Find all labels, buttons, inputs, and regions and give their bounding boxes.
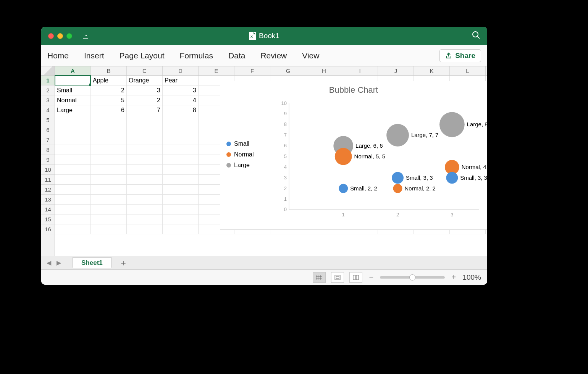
row-header-15[interactable]: 15 — [41, 214, 55, 224]
row-header-14[interactable]: 14 — [41, 205, 55, 214]
status-bar: − + 100% — [41, 269, 487, 285]
col-header-A[interactable]: A — [55, 66, 91, 75]
cell-B3[interactable]: 5 — [91, 95, 127, 105]
sheet-tab-sheet1[interactable]: Sheet1 — [73, 257, 111, 268]
tab-page-layout[interactable]: Page Layout — [120, 51, 165, 60]
row-header-11[interactable]: 11 — [41, 175, 55, 185]
svg-text:Normal, 2, 2: Normal, 2, 2 — [404, 185, 435, 192]
sheet-nav-next[interactable]: ▶ — [55, 259, 63, 266]
col-header-C[interactable]: C — [127, 66, 163, 75]
view-page-layout-button[interactable] — [331, 272, 344, 283]
select-all-corner[interactable] — [41, 66, 55, 75]
svg-point-24 — [393, 184, 402, 193]
cell-B1[interactable]: Apple — [91, 76, 127, 85]
cell-B2[interactable]: 2 — [91, 85, 127, 95]
svg-text:2: 2 — [396, 212, 399, 218]
col-header-K[interactable]: K — [414, 66, 450, 75]
svg-point-23 — [335, 148, 352, 165]
minimize-window-button[interactable] — [57, 33, 63, 39]
excel-window: ▾ X Book1 Home Insert Page Layout Formul… — [41, 27, 487, 285]
cell-C4[interactable]: 7 — [127, 105, 163, 115]
tab-data[interactable]: Data — [228, 51, 245, 60]
svg-text:0: 0 — [284, 207, 287, 213]
col-header-G[interactable]: G — [270, 66, 306, 75]
svg-rect-45 — [353, 275, 355, 280]
row-header-5[interactable]: 5 — [41, 115, 55, 125]
row-header-1[interactable]: 1 — [41, 76, 55, 85]
row-header-13[interactable]: 13 — [41, 195, 55, 205]
svg-text:2: 2 — [284, 185, 287, 191]
svg-text:Small, 2, 2: Small, 2, 2 — [350, 185, 377, 192]
row-header-3[interactable]: 3 — [41, 95, 55, 105]
svg-rect-46 — [356, 275, 359, 280]
chart-title: Bubble Chart — [220, 85, 487, 95]
row-header-6[interactable]: 6 — [41, 125, 55, 135]
legend-dot-normal — [226, 152, 231, 157]
view-normal-button[interactable] — [313, 272, 326, 283]
col-header-B[interactable]: B — [91, 66, 127, 75]
share-button[interactable]: Share — [439, 49, 481, 62]
cell-C2[interactable]: 3 — [127, 85, 163, 95]
row-header-16[interactable]: 16 — [41, 224, 55, 234]
column-headers: A B C D E F G H I J K L — [41, 66, 487, 76]
cells-grid[interactable]: Apple Orange Pear Small 2 3 3 Normal 5 2… — [55, 76, 487, 256]
col-header-D[interactable]: D — [163, 66, 199, 75]
svg-text:3: 3 — [451, 212, 453, 218]
cell-A2[interactable]: Small — [55, 85, 91, 95]
cell-A3[interactable]: Normal — [55, 95, 91, 105]
svg-text:Normal, 4, 4: Normal, 4, 4 — [462, 164, 487, 170]
row-header-9[interactable]: 9 — [41, 155, 55, 165]
col-header-I[interactable]: I — [342, 66, 378, 75]
svg-text:Normal, 5, 5: Normal, 5, 5 — [354, 153, 385, 160]
tab-insert[interactable]: Insert — [84, 51, 104, 60]
svg-text:5: 5 — [284, 153, 287, 159]
cell-A4[interactable]: Large — [55, 105, 91, 115]
row-header-12[interactable]: 12 — [41, 185, 55, 195]
titlebar: ▾ X Book1 — [41, 27, 487, 45]
tab-review[interactable]: Review — [260, 51, 287, 60]
cell-A1[interactable] — [55, 76, 91, 85]
row-header-2[interactable]: 2 — [41, 85, 55, 95]
svg-rect-43 — [335, 275, 340, 280]
zoom-out-button[interactable]: − — [368, 273, 375, 282]
search-icon[interactable] — [472, 31, 480, 41]
cell-D1[interactable]: Pear — [163, 76, 199, 85]
svg-text:1: 1 — [284, 196, 287, 202]
zoom-percent[interactable]: 100% — [462, 273, 481, 282]
zoom-slider-thumb[interactable] — [409, 274, 415, 280]
row-header-8[interactable]: 8 — [41, 145, 55, 155]
cell-D4[interactable]: 8 — [163, 105, 199, 115]
maximize-window-button[interactable] — [66, 33, 72, 39]
cell-C3[interactable]: 2 — [127, 95, 163, 105]
tab-formulas[interactable]: Formulas — [180, 51, 213, 60]
tab-home[interactable]: Home — [47, 51, 69, 60]
col-header-J[interactable]: J — [378, 66, 414, 75]
tab-view[interactable]: View — [302, 51, 319, 60]
cell-D3[interactable]: 4 — [163, 95, 199, 105]
cell-B4[interactable]: 6 — [91, 105, 127, 115]
svg-text:3: 3 — [284, 175, 287, 181]
quick-access-toggle[interactable]: ▾ — [83, 33, 88, 39]
svg-text:1: 1 — [342, 212, 345, 218]
zoom-in-button[interactable]: + — [450, 273, 457, 282]
col-header-H[interactable]: H — [306, 66, 342, 75]
view-page-break-button[interactable] — [349, 272, 362, 283]
svg-line-3 — [477, 36, 480, 39]
row-header-10[interactable]: 10 — [41, 165, 55, 175]
zoom-slider[interactable] — [380, 276, 445, 279]
row-header-4[interactable]: 4 — [41, 105, 55, 115]
bubble-chart[interactable]: Bubble Chart Small Normal Large 01234567… — [220, 81, 487, 230]
sheet-nav-prev[interactable]: ◀ — [45, 259, 53, 266]
close-window-button[interactable] — [48, 33, 54, 39]
cell-D2[interactable]: 3 — [163, 85, 199, 95]
legend-dot-small — [226, 142, 231, 146]
col-header-E[interactable]: E — [199, 66, 234, 75]
row-header-7[interactable]: 7 — [41, 135, 55, 145]
svg-text:Small, 3, 3: Small, 3, 3 — [406, 174, 433, 181]
page-break-icon — [353, 275, 359, 280]
add-sheet-button[interactable]: ＋ — [114, 257, 133, 269]
col-header-L[interactable]: L — [450, 66, 486, 75]
cell-C1[interactable]: Orange — [127, 76, 163, 85]
worksheet[interactable]: A B C D E F G H I J K L 1 2 3 4 5 6 7 8 … — [41, 66, 487, 256]
col-header-F[interactable]: F — [234, 66, 270, 75]
